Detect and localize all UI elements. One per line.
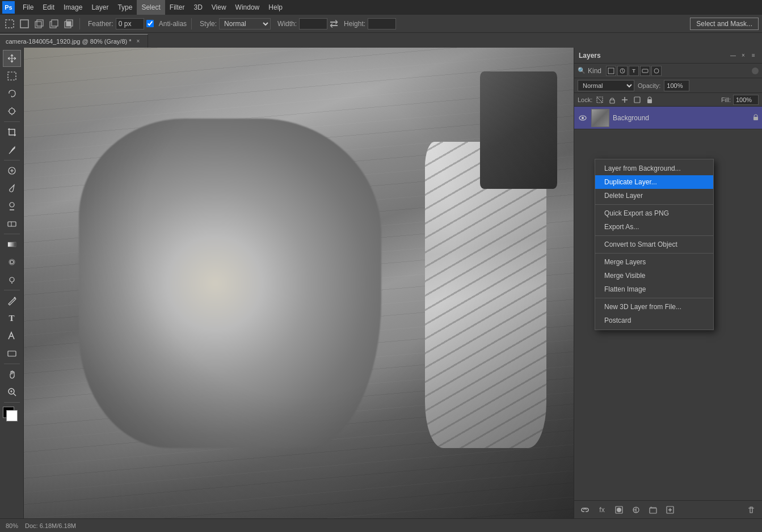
lock-artboard-btn[interactable] <box>632 95 642 105</box>
tool-marquee-icon <box>3 18 16 30</box>
panel-minimize-btn[interactable]: — <box>729 52 737 60</box>
menu-type[interactable]: Type <box>113 0 137 15</box>
tool-pen[interactable] <box>3 292 21 309</box>
ctx-postcard[interactable]: Postcard <box>595 314 713 327</box>
height-input[interactable] <box>368 18 396 29</box>
ctx-flatten-image[interactable]: Flatten Image <box>595 282 713 296</box>
tool-spot-heal[interactable] <box>3 162 21 179</box>
menu-view[interactable]: View <box>207 0 231 15</box>
layers-mode-row: Normal Multiply Screen Overlay Opacity: <box>574 78 762 93</box>
tab-bar: camera-1840054_1920.jpg @ 80% (Gray/8) *… <box>0 33 762 48</box>
layer-mask-btn[interactable] <box>613 504 625 516</box>
menu-3d[interactable]: 3D <box>189 0 207 15</box>
layer-name: Background <box>613 114 750 122</box>
ctx-export-as[interactable]: Export As... <box>595 220 713 234</box>
layer-visibility-toggle[interactable] <box>578 113 588 123</box>
width-input[interactable] <box>299 18 327 29</box>
tool-type[interactable]: T <box>3 310 21 327</box>
layer-search-icon[interactable]: 🔍 <box>578 67 586 74</box>
ctx-new-3d-layer[interactable]: New 3D Layer from File... <box>595 300 713 314</box>
tool-zoom[interactable] <box>3 383 21 400</box>
filter-type-btn[interactable]: T <box>629 66 639 76</box>
ctx-delete-layer[interactable]: Delete Layer <box>595 189 713 202</box>
ctx-merge-visible[interactable]: Merge Visible <box>595 269 713 282</box>
background-swatch[interactable] <box>6 410 18 421</box>
layer-link-btn[interactable] <box>579 504 591 516</box>
lock-all-btn[interactable] <box>645 95 655 105</box>
tool-eyedropper[interactable] <box>3 141 21 158</box>
panel-menu-btn[interactable]: ≡ <box>750 52 757 60</box>
document-tab-name: camera-1840054_1920.jpg @ 80% (Gray/8) * <box>6 38 132 45</box>
menu-filter[interactable]: Filter <box>165 0 190 15</box>
menu-edit[interactable]: Edit <box>38 0 59 15</box>
svg-point-12 <box>10 202 14 207</box>
document-tab[interactable]: camera-1840054_1920.jpg @ 80% (Gray/8) *… <box>0 34 148 48</box>
menu-image[interactable]: Image <box>59 0 87 15</box>
marquee-subtract-option[interactable] <box>48 18 60 30</box>
ctx-merge-layers[interactable]: Merge Layers <box>595 255 713 269</box>
layer-new-btn[interactable] <box>664 504 676 516</box>
panel-close-btn[interactable]: × <box>739 52 747 60</box>
layer-lock-icon <box>753 114 759 122</box>
menu-file[interactable]: File <box>18 0 38 15</box>
opacity-label: Opacity: <box>638 82 660 89</box>
tool-crop[interactable] <box>3 124 21 141</box>
menu-layer[interactable]: Layer <box>87 0 113 15</box>
menu-select[interactable]: Select <box>137 0 165 15</box>
layers-panel-title: Layers <box>579 52 601 60</box>
select-and-mask-button[interactable]: Select and Mask... <box>690 18 759 30</box>
tool-gradient[interactable] <box>3 236 21 253</box>
tool-brush[interactable] <box>3 180 21 197</box>
style-select[interactable]: Normal Fixed Ratio Fixed Size <box>219 18 271 29</box>
document-tab-close[interactable]: × <box>135 38 142 45</box>
layer-group-btn[interactable] <box>647 504 659 516</box>
marquee-rect-option[interactable] <box>18 18 31 30</box>
tool-sep-3 <box>4 234 20 234</box>
tool-move[interactable] <box>3 50 21 67</box>
menu-help[interactable]: Help <box>264 0 287 15</box>
tool-blur[interactable] <box>3 254 21 271</box>
layer-adjustment-btn[interactable] <box>630 504 642 516</box>
filter-adjustments-btn[interactable] <box>617 66 628 76</box>
anti-alias-label: Anti-alias <box>159 20 187 28</box>
layers-lock-row: Lock: Fill: <box>574 93 762 107</box>
lock-transparent-btn[interactable] <box>595 95 605 105</box>
fill-input[interactable] <box>733 95 759 105</box>
tool-clone[interactable] <box>3 197 21 214</box>
ctx-quick-export[interactable]: Quick Export as PNG <box>595 206 713 220</box>
marquee-intersect-option[interactable] <box>62 18 75 30</box>
layer-effects-btn[interactable]: fx <box>596 504 608 516</box>
swap-dimensions-icon[interactable]: ⇄ <box>330 18 338 30</box>
layers-search-row: 🔍 Kind T <box>574 64 762 78</box>
filter-shape-btn[interactable] <box>640 66 650 76</box>
filter-pixel-btn[interactable] <box>606 66 616 76</box>
tool-lasso[interactable] <box>3 85 21 102</box>
separator-2 <box>191 18 192 29</box>
tool-path-select[interactable] <box>3 327 21 344</box>
filter-toggle[interactable] <box>752 67 759 74</box>
tool-marquee-rect[interactable] <box>3 67 21 85</box>
tool-eraser[interactable] <box>3 215 21 232</box>
layer-item-background[interactable]: Background <box>574 107 762 129</box>
feather-input[interactable] <box>116 18 144 29</box>
anti-alias-checkbox[interactable] <box>146 20 154 27</box>
menu-window[interactable]: Window <box>231 0 264 15</box>
toolbar: T <box>0 48 24 518</box>
blend-mode-select[interactable]: Normal Multiply Screen Overlay <box>578 80 634 91</box>
svg-point-16 <box>10 260 14 264</box>
tool-hand[interactable] <box>3 366 21 383</box>
ctx-duplicate-layer[interactable]: Duplicate Layer... <box>595 175 713 189</box>
layer-delete-btn[interactable] <box>745 504 757 516</box>
ctx-layer-from-bg[interactable]: Layer from Background... <box>595 162 713 175</box>
filter-smart-btn[interactable] <box>651 66 662 76</box>
ctx-convert-smart-object[interactable]: Convert to Smart Object <box>595 238 713 251</box>
tool-magic-wand[interactable] <box>3 103 21 120</box>
canvas-image <box>24 48 574 518</box>
marquee-add-option[interactable] <box>33 18 45 30</box>
tool-dodge[interactable] <box>3 271 21 288</box>
color-swatches[interactable] <box>3 407 21 423</box>
lock-position-btn[interactable] <box>620 95 630 105</box>
opacity-input[interactable] <box>664 80 689 91</box>
lock-image-btn[interactable] <box>607 95 617 105</box>
tool-shape[interactable] <box>3 345 21 362</box>
